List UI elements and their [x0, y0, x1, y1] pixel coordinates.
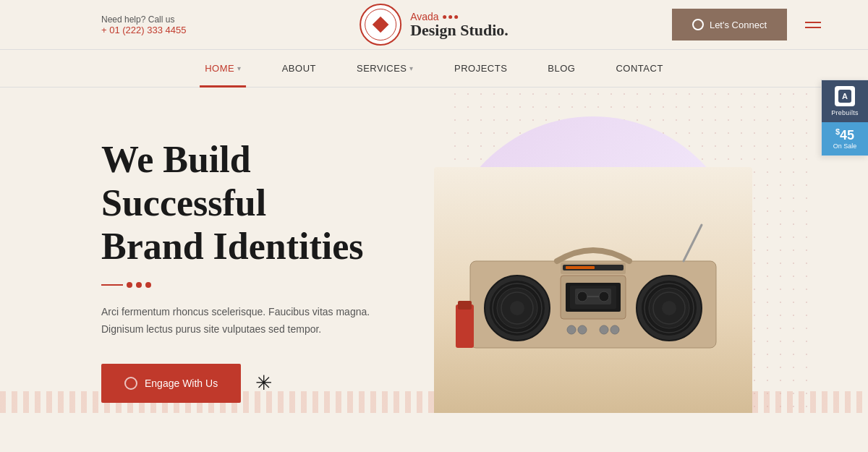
hero-description: Arci fermentum rhoncus scelerisque. Fauc… — [101, 304, 405, 338]
svg-line-27 — [684, 225, 702, 261]
svg-text:A: A — [842, 92, 848, 101]
top-right: Let's Connect — [672, 9, 825, 40]
prebuilts-top[interactable]: A Prebuilts — [822, 80, 868, 122]
svg-point-26 — [610, 325, 619, 334]
svg-point-4 — [510, 301, 524, 315]
connect-button[interactable]: Let's Connect — [672, 9, 787, 40]
navigation: HOME ▾ ABOUT SERVICES ▾ PROJECTS BLOG CO… — [0, 49, 868, 88]
logo-circle — [359, 4, 401, 46]
brand-name: Design Studio. — [410, 22, 509, 38]
dot1 — [443, 15, 447, 19]
boombox-svg — [456, 218, 731, 362]
chevron-down-icon: ▾ — [237, 64, 242, 72]
prebuilts-label: Prebuilts — [831, 109, 859, 116]
svg-rect-28 — [456, 304, 474, 348]
logo-text: Avada Design Studio. — [410, 11, 509, 38]
hamburger-line1 — [805, 22, 821, 23]
svg-point-25 — [600, 325, 608, 334]
nav-item-about[interactable]: ABOUT — [262, 50, 336, 87]
star-decoration-icon: ✳ — [255, 373, 272, 393]
hero-cta-row: Engage With Us ✳ — [101, 364, 420, 403]
help-text: Need help? Call us — [101, 14, 186, 25]
logo-dots — [443, 15, 459, 19]
on-sale-label: On Sale — [833, 142, 857, 150]
radio-image — [434, 167, 752, 413]
nav-label-contact: CONTACT — [616, 63, 663, 74]
svg-rect-29 — [458, 301, 472, 310]
nav-label-about: ABOUT — [282, 63, 316, 74]
hero-title-line1: We Build Successful — [101, 139, 266, 223]
logo-circle-inner — [365, 9, 396, 40]
svg-rect-22 — [566, 266, 595, 269]
avada-logo-icon: A — [838, 90, 851, 103]
title-divider — [101, 282, 420, 288]
svg-point-23 — [567, 325, 576, 334]
divider-dot2 — [136, 282, 142, 288]
nav-item-projects[interactable]: PROJECTS — [434, 50, 527, 87]
svg-point-17 — [577, 291, 587, 302]
prebuilts-icon: A — [835, 86, 855, 106]
engage-label: Engage With Us — [145, 378, 218, 389]
hero-desc-line2: Dignisum lectus purus site vulputaes sed… — [101, 323, 321, 335]
divider-dot1 — [127, 282, 132, 288]
contact-info: Need help? Call us + 01 (222) 333 4455 — [101, 14, 186, 35]
price-value: $45 — [835, 128, 854, 142]
prebuilts-price[interactable]: $45 On Sale — [822, 122, 868, 155]
hero-content: We Build Successful Brand Identities Arc… — [101, 124, 420, 403]
logo-diamond-icon — [373, 17, 389, 33]
phone-number: + 01 (222) 333 4455 — [101, 25, 186, 35]
chevron-down-icon-services: ▾ — [409, 64, 414, 72]
hero-title: We Build Successful Brand Identities — [101, 138, 420, 268]
nav-item-services[interactable]: SERVICES ▾ — [336, 50, 434, 87]
nav-item-blog[interactable]: BLOG — [527, 50, 595, 87]
dot3 — [455, 15, 459, 19]
engage-icon — [124, 377, 137, 390]
svg-point-18 — [599, 291, 609, 302]
top-bar: Need help? Call us + 01 (222) 333 4455 A… — [0, 0, 868, 49]
hero-title-line2: Brand Identities — [101, 226, 364, 267]
prebuilts-panel[interactable]: A Prebuilts $45 On Sale — [821, 80, 868, 156]
hero-image-area — [420, 124, 767, 413]
divider-dot3 — [145, 282, 151, 288]
nav-label-home: HOME — [205, 63, 234, 74]
logo[interactable]: Avada Design Studio. — [359, 4, 509, 46]
hero-desc-line1: Arci fermentum rhoncus scelerisque. Fauc… — [101, 306, 370, 317]
hamburger-menu[interactable] — [801, 18, 825, 32]
engage-button[interactable]: Engage With Us — [101, 364, 241, 403]
hero-section: We Build Successful Brand Identities Arc… — [0, 88, 868, 413]
nav-item-contact[interactable]: CONTACT — [595, 50, 683, 87]
dot2 — [449, 15, 453, 19]
svg-point-10 — [662, 301, 676, 315]
nav-label-services: SERVICES — [357, 63, 407, 74]
nav-label-projects: PROJECTS — [454, 63, 507, 74]
connect-label: Let's Connect — [710, 20, 767, 30]
nav-label-blog: BLOG — [548, 63, 575, 74]
hamburger-line2 — [805, 27, 821, 28]
svg-point-24 — [578, 325, 587, 334]
nav-item-home[interactable]: HOME ▾ — [184, 50, 262, 87]
connect-icon — [692, 19, 704, 30]
nav-menu: HOME ▾ ABOUT SERVICES ▾ PROJECTS BLOG CO… — [184, 50, 684, 87]
